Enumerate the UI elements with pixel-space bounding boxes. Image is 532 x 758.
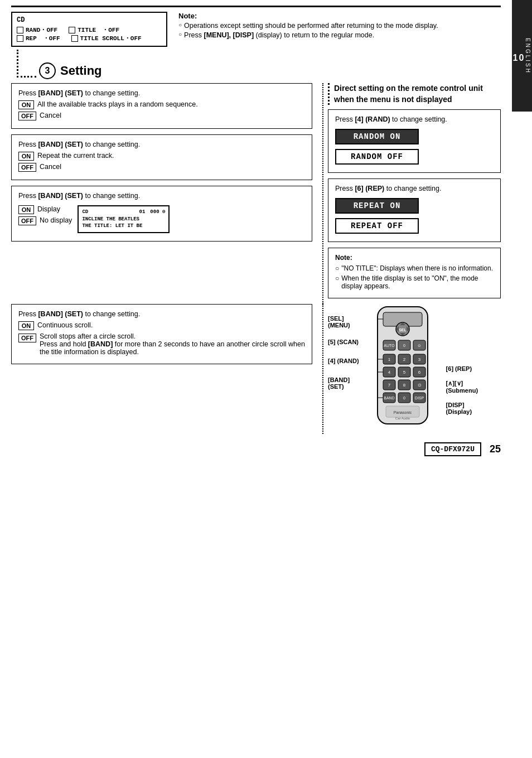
random-press-bold: [BAND] (SET) [38,89,83,97]
title-note-title: Note: [335,254,494,262]
svg-text:BAND: BAND [384,396,394,400]
remote-diagram-area: [SEL](MENU) [5] (SCAN) [4] (RAND) [BAND]… [328,304,501,434]
remote-svg: SEL AUTO 0 ⊙ [364,304,442,432]
cd-label: CD [17,16,162,24]
repeat-press-bold: [BAND] (SET) [38,141,83,148]
cd-mini-song: THE TITLE: LET IT BE [82,223,165,230]
note-top-text-2: Press [MENU], [DISP] (display) to return… [184,31,374,39]
note-top-title: Note: [178,12,501,20]
repeat-off-label: OFF [18,163,36,172]
svg-text:⊙: ⊙ [417,383,421,388]
remote-label-rand: [4] (RAND) [328,358,359,364]
random-off-line: OFF Cancel [18,112,305,120]
cd-mini-label: CD [82,209,88,216]
title-note-text-2: When the title display is set to "ON", t… [341,274,494,290]
random-setting-box: Press [BAND] (SET) to change setting. ON… [11,83,312,129]
repeat-setting-box: Press [BAND] (SET) to change setting. ON… [11,134,312,180]
repeat-on-line: ON Repeat the current track. [18,152,305,161]
titlescroll-off-line: OFF Scroll stops after a circle scroll. … [18,332,305,356]
note-top-text-1: Operations except setting should be perf… [184,22,438,30]
section-number: 3 [39,62,56,79]
title-text: TITLE ・OFF [78,26,119,34]
repeat-off-btn: REPEAT OFF [335,218,419,234]
rep-checkbox [17,35,23,42]
bottom-divider [322,304,323,434]
titlescroll-item: TITLE SCROLL・OFF [71,34,142,42]
footer: CQ-DFX972U 25 [11,442,501,459]
svg-text:DISP: DISP [414,396,424,400]
svg-text:0: 0 [403,396,405,400]
remote-left-labels: [SEL](MENU) [5] (SCAN) [4] (RAND) [BAND]… [328,315,359,390]
title-on-label: ON [18,205,34,214]
section-heading: 3 Setting [39,61,102,80]
cd-mini-display: CD 01 000 ⊙ INCLINE THE BEATLES THE TITL… [78,205,170,233]
top-divider [11,6,501,7]
direct-setting-heading: Direct setting on the remote control uni… [328,83,501,105]
random-off-label: OFF [18,112,36,120]
title-note-box: Note: ○ "NO TITLE": Displays when there … [328,248,501,298]
title-checkbox [69,27,75,33]
title-note-item-1: ○ "NO TITLE": Displays when there is no … [335,264,494,272]
title-off-line: OFF No display [18,216,72,225]
rand-text: RAND・OFF [26,26,57,34]
cd-display-box: CD RAND・OFF TITLE ・OFF REP ・OFF [11,12,167,47]
titlescroll-press-line: Press [BAND] (SET) to change setting. [18,310,305,318]
random-off-btn: RANDOM OFF [335,149,419,165]
title-press-bold: [BAND] (SET) [38,192,83,200]
titlescroll-off-label: OFF [18,334,36,342]
title-setting-box: Press [BAND] (SET) to change setting. ON… [11,186,312,242]
title-press-line: Press [BAND] (SET) to change setting. [18,192,305,200]
bullet-2: ○ [178,31,182,37]
random-off-text: Cancel [40,112,61,119]
cd-row-2: REP ・OFF TITLE SCROLL・OFF [17,34,162,42]
side-tab: ENGLISH 10 [512,0,532,112]
random-btns: RANDOM ON RANDOM OFF [335,127,494,167]
titlescroll-on-label: ON [18,321,34,330]
note-top: Note: ○ Operations except setting should… [178,12,501,41]
cd-display-area: CD RAND・OFF TITLE ・OFF REP ・OFF [11,12,167,47]
footer-model: CQ-DFX972U [424,442,481,456]
random-on-label: ON [18,100,34,109]
footer-page: 25 [490,443,501,455]
title-off-text: No display [40,216,72,224]
titlescroll-text: TITLE SCROLL・OFF [80,34,142,42]
svg-text:5: 5 [403,370,405,375]
side-tab-text: ENGLISH [525,38,531,74]
repeat-press-line: Press [BAND] (SET) to change setting. [18,141,305,148]
remote-right-labels: [6] (REP) [∧][∨](Submenu) [DISP](Display… [446,365,478,415]
random-right-press: Press [4] (RAND) to change setting. [335,115,494,123]
repeat-off-line: OFF Cancel [18,163,305,172]
svg-text:Panasonic: Panasonic [393,411,412,414]
bottom-right-col: [SEL](MENU) [5] (SCAN) [4] (RAND) [BAND]… [328,304,501,434]
svg-text:1: 1 [388,357,390,362]
svg-text:SEL: SEL [399,328,407,332]
left-column: Press [BAND] (SET) to change setting. ON… [11,83,318,304]
svg-text:7: 7 [388,383,390,388]
rep-item: REP ・OFF [17,34,60,42]
cd-mini-artist: INCLINE THE BEATLES [82,216,165,223]
title-on-line: ON Display [18,205,72,214]
rand-checkbox [17,27,23,33]
svg-text:8: 8 [403,383,405,388]
vertical-divider [322,83,323,304]
random-on-line: ON All the available tracks plays in a r… [18,100,305,109]
section-title: Setting [60,64,102,78]
repeat-on-label: ON [18,152,34,161]
random-on-btn: RANDOM ON [335,129,419,144]
remote-image: SEL AUTO 0 ⊙ [364,304,442,434]
note-top-item-2: ○ Press [MENU], [DISP] (display) to retu… [178,31,501,39]
titlescroll-setting-box: Press [BAND] (SET) to change setting. ON… [11,304,312,364]
side-tab-number: 10 [513,53,525,63]
remote-label-disp: [DISP](Display) [446,402,478,415]
repeat-btns: REPEAT ON REPEAT OFF [335,196,494,236]
remote-label-sel: [SEL](MENU) [328,315,359,329]
repeat-off-text: Cancel [40,163,61,171]
bullet-note-1: ○ [335,264,339,272]
svg-text:Car Audio: Car Audio [395,417,410,420]
title-on-text: Display [37,205,60,213]
repeat-right-press: Press [6] (REP) to change setting. [335,185,494,192]
bullet-note-2: ○ [335,274,339,282]
dotted-connector [11,50,39,80]
cd-row-1: RAND・OFF TITLE ・OFF [17,26,162,34]
title-item: TITLE ・OFF [69,26,119,34]
